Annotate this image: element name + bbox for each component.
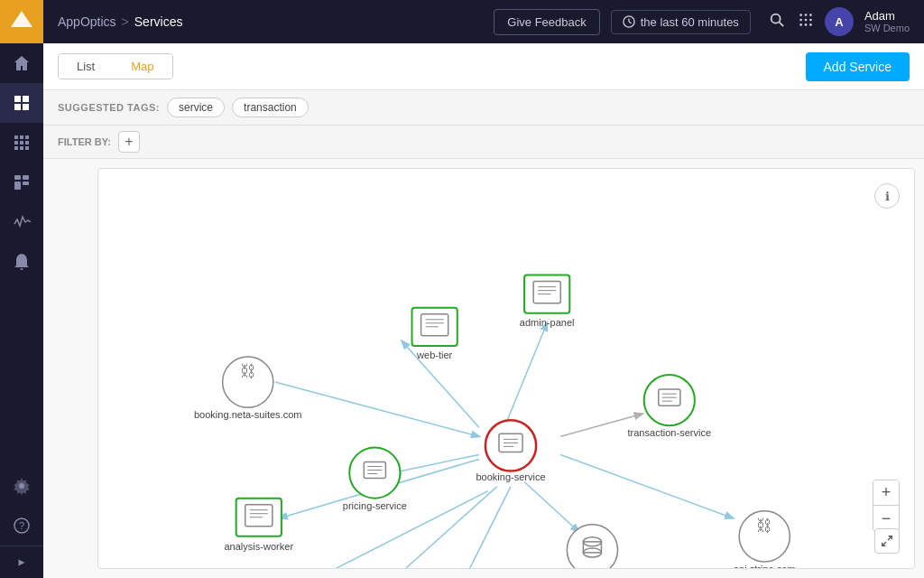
suggested-tags-bar: SUGGESTED TAGS: service transaction <box>43 90 924 126</box>
sidebar-item-services[interactable] <box>0 83 43 123</box>
svg-rect-8 <box>14 141 18 144</box>
svg-point-26 <box>772 14 781 23</box>
sidebar-item-widgets[interactable] <box>0 163 43 202</box>
time-range-label: the last 60 minutes <box>641 15 739 29</box>
svg-line-43 <box>560 454 733 517</box>
filter-bar: FILTER BY: + <box>43 126 924 159</box>
link-icon-api-stripe: ⛓ <box>756 517 772 535</box>
feedback-button[interactable]: Give Feedback <box>494 9 599 35</box>
apps-grid-icon[interactable] <box>798 12 814 33</box>
topnav-icons <box>769 12 814 33</box>
sidebar-item-alerts[interactable] <box>0 242 43 282</box>
zoom-controls: + − <box>873 480 900 532</box>
svg-point-34 <box>799 23 802 26</box>
svg-text:?: ? <box>19 520 24 531</box>
sidebar-item-home[interactable] <box>0 43 43 83</box>
time-range-picker[interactable]: the last 60 minutes <box>611 10 751 34</box>
svg-line-27 <box>780 22 784 26</box>
svg-rect-12 <box>20 146 23 150</box>
svg-rect-15 <box>23 175 29 180</box>
top-navigation: AppOptics > Services Give Feedback the l… <box>43 0 924 43</box>
svg-point-29 <box>805 14 808 16</box>
service-graph[interactable]: booking-service web-tier admin-panel <box>98 169 914 568</box>
link-icon-booking-neta: ⛓ <box>240 362 256 380</box>
svg-point-64 <box>644 375 695 425</box>
search-icon[interactable] <box>769 12 785 33</box>
svg-point-32 <box>805 18 808 21</box>
sidebar: ? <box>0 0 43 578</box>
breadcrumb-separator: > <box>122 14 129 29</box>
svg-point-28 <box>799 14 802 16</box>
svg-rect-16 <box>14 182 21 190</box>
user-info: Adam SW Demo <box>864 9 910 35</box>
svg-line-42 <box>524 482 578 532</box>
svg-rect-17 <box>23 182 29 185</box>
app-logo[interactable] <box>0 0 43 43</box>
sidebar-expand-btn[interactable] <box>0 545 43 578</box>
map-view-button[interactable]: Map <box>113 54 171 79</box>
zoom-in-button[interactable]: + <box>873 480 899 506</box>
svg-rect-9 <box>20 141 23 144</box>
node-label-analysis-worker: analysis-worker <box>224 541 293 552</box>
node-label-pricing-service: pricing-service <box>343 500 407 511</box>
svg-rect-14 <box>14 175 21 180</box>
node-label-api-stripe: api.stripe.com <box>734 564 796 568</box>
svg-rect-6 <box>20 135 23 139</box>
sidebar-item-activity[interactable] <box>0 202 43 242</box>
tag-service[interactable]: service <box>167 98 225 117</box>
svg-rect-11 <box>14 146 18 150</box>
svg-line-39 <box>506 323 547 423</box>
svg-line-25 <box>629 22 632 23</box>
topnav-center: Give Feedback the last 60 minutes A Adam… <box>494 7 910 36</box>
svg-marker-0 <box>11 11 32 27</box>
node-label-web-tier: web-tier <box>416 350 453 360</box>
svg-line-37 <box>275 382 479 436</box>
expand-button[interactable] <box>874 528 900 554</box>
main-content: AppOptics > Services Give Feedback the l… <box>43 0 924 578</box>
svg-rect-4 <box>23 104 29 110</box>
filter-by-label: FILTER BY: <box>58 136 111 147</box>
view-toolbar: List Map Add Service <box>43 43 924 90</box>
svg-point-36 <box>809 23 812 26</box>
svg-rect-13 <box>25 146 29 150</box>
add-filter-button[interactable]: + <box>118 131 140 153</box>
view-toggle: List Map <box>58 53 173 79</box>
svg-marker-22 <box>19 559 25 565</box>
breadcrumb-app[interactable]: AppOptics <box>58 14 116 29</box>
list-view-button[interactable]: List <box>59 54 113 79</box>
svg-rect-3 <box>14 104 21 110</box>
clock-icon <box>623 15 635 28</box>
breadcrumb-current: Services <box>134 14 183 29</box>
svg-rect-7 <box>25 135 29 139</box>
info-button[interactable]: ℹ <box>874 183 900 209</box>
svg-point-69 <box>349 447 400 498</box>
svg-rect-5 <box>14 135 18 139</box>
node-label-admin-panel: admin-panel <box>520 317 575 328</box>
svg-line-41 <box>393 454 478 472</box>
svg-rect-1 <box>14 96 21 102</box>
map-area: booking-service web-tier admin-panel <box>43 159 924 578</box>
svg-rect-10 <box>25 141 29 144</box>
tag-transaction[interactable]: transaction <box>232 98 309 117</box>
node-label-transaction-service: transaction-service <box>628 427 712 438</box>
add-service-button[interactable]: Add Service <box>806 52 910 81</box>
svg-point-31 <box>799 18 802 21</box>
sidebar-item-help[interactable]: ? <box>0 506 43 545</box>
sidebar-item-settings[interactable] <box>0 466 43 506</box>
user-role: SW Demo <box>864 23 910 34</box>
svg-rect-2 <box>23 96 29 102</box>
sidebar-item-grid[interactable] <box>0 123 43 163</box>
breadcrumb: AppOptics > Services <box>58 14 182 29</box>
zoom-out-button[interactable]: − <box>873 506 899 531</box>
svg-point-35 <box>805 23 808 26</box>
user-name: Adam <box>864 9 910 23</box>
svg-point-30 <box>809 14 812 16</box>
node-label-booking-neta: booking.neta-suites.com <box>194 409 302 420</box>
user-avatar[interactable]: A <box>825 7 854 36</box>
suggested-tags-label: SUGGESTED TAGS: <box>58 102 160 113</box>
svg-rect-18 <box>21 268 23 270</box>
map-canvas: booking-service web-tier admin-panel <box>97 168 915 569</box>
svg-point-33 <box>809 18 812 21</box>
svg-line-46 <box>365 487 497 568</box>
svg-point-49 <box>485 420 536 471</box>
